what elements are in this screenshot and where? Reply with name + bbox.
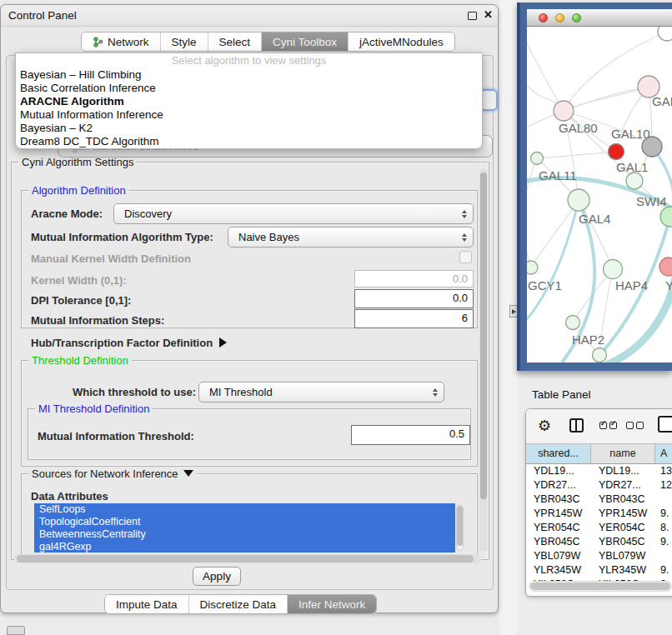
network-canvas[interactable]: GALGAL80GAL10GAL11GAL1GAL4SWI4GCY1HAP4YH… [527, 27, 672, 362]
network-icon [93, 37, 103, 48]
node-gal80[interactable] [554, 101, 574, 121]
control-panel-window: Control Panel ✕ NetworkStyleSelectCyni T… [0, 4, 499, 613]
tab-infer-network[interactable]: Infer Network [288, 595, 376, 613]
dpi-tolerance-field[interactable]: 0.0 [354, 289, 474, 308]
apply-button[interactable]: Apply [193, 567, 241, 586]
node-hap4[interactable] [604, 260, 623, 279]
mi-steps-field[interactable]: 6 [354, 309, 474, 328]
list-item-selfloops[interactable]: SelfLoops [34, 503, 455, 516]
table-cell: YER054C [591, 521, 655, 535]
node-gcy1[interactable] [527, 261, 538, 274]
splitter[interactable] [499, 0, 517, 635]
table-cell: YER054C [526, 521, 591, 535]
tab-style[interactable]: Style [161, 32, 208, 51]
dropdown-item-dream8-dc-tdc-algorithm[interactable]: Dream8 DC_TDC Algorithm [16, 135, 482, 148]
settings-group-title: Cyni Algorithm Settings [18, 156, 137, 168]
table-toolbar: ⚙ [526, 409, 672, 444]
column-browser-icon[interactable] [569, 418, 584, 432]
settings-vertical-scrollbar[interactable] [479, 168, 488, 552]
tab-discretize-data[interactable]: Discretize Data [189, 595, 288, 613]
minimize-traffic-light-icon[interactable] [555, 13, 564, 22]
mi-threshold-field[interactable]: 0.5 [351, 425, 470, 445]
node-unlabeled[interactable] [642, 137, 662, 157]
settings-horizontal-scrollbar[interactable] [14, 554, 481, 563]
node-hap2[interactable] [566, 316, 580, 330]
dropdown-item-aracne-algorithm[interactable]: ARACNE Algorithm [16, 95, 482, 108]
table-row[interactable]: YLR345WYLR345W9. [526, 563, 672, 578]
table-cell: YDR27... [591, 478, 655, 492]
chevron-down-icon [183, 470, 193, 477]
mi-steps-label: Mutual Information Steps: [31, 314, 164, 327]
table-cell: YBR045C [526, 535, 591, 549]
list-item-betweennesscentrality[interactable]: BetweennessCentrality [34, 528, 455, 541]
data-attributes-list[interactable]: SelfLoopsTopologicalCoefficientBetweenne… [34, 503, 455, 552]
tab-select[interactable]: Select [208, 32, 263, 51]
table-row[interactable]: YDR27...YDR27...12 [526, 478, 672, 492]
column-header-shared-[interactable]: shared... [526, 444, 591, 463]
zoom-traffic-light-icon[interactable] [572, 13, 581, 22]
table-cell: 9. [655, 535, 672, 549]
kernel-width-field[interactable]: 0.0 [354, 270, 474, 288]
column-header-name[interactable]: name [591, 444, 655, 463]
table-row[interactable]: YER054CYER054C8. [526, 521, 672, 535]
select-all-columns-icon[interactable] [599, 422, 617, 429]
bottom-left-widget[interactable] [7, 626, 25, 635]
close-traffic-light-icon[interactable] [539, 13, 548, 22]
table-horizontal-scrollbar[interactable] [529, 581, 672, 592]
table-panel-title: Table Panel [532, 388, 591, 401]
table-cell [655, 549, 672, 563]
new-table-icon[interactable] [658, 416, 672, 432]
gear-icon[interactable]: ⚙ [538, 417, 551, 435]
tab-cyni-toolbox[interactable]: Cyni Toolbox [262, 32, 349, 51]
table-cell: YBL079W [526, 549, 591, 563]
which-threshold-combo[interactable]: MI Threshold [198, 382, 444, 402]
node-unlabeled[interactable] [658, 27, 672, 41]
close-icon[interactable]: ✕ [484, 8, 493, 21]
node-y[interactable] [659, 258, 672, 276]
aracne-mode-label: Aracne Mode: [31, 208, 103, 220]
data-attributes-label: Data Attributes [31, 490, 108, 502]
top-tab-strip: NetworkStyleSelectCyni ToolboxjActiveMNo… [81, 32, 455, 52]
tab-network[interactable]: Network [82, 32, 161, 51]
aracne-mode-combo[interactable]: Discovery [113, 203, 474, 224]
deselect-all-columns-icon[interactable] [626, 422, 644, 429]
which-threshold-label: Which threshold to use: [73, 386, 196, 398]
control-panel-titlebar[interactable]: Control Panel ✕ [1, 5, 498, 27]
manual-kernel-checkbox[interactable] [459, 251, 472, 263]
node-swi4[interactable] [660, 207, 672, 227]
dropdown-item-bayesian-hill-climbing[interactable]: Bayesian – Hill Climbing [16, 68, 482, 82]
list-item-gal4rgexp[interactable]: gal4RGexp [34, 541, 455, 552]
network-window-titlebar[interactable] [527, 9, 672, 27]
tab-label: Network [108, 36, 149, 48]
node-unlabeled[interactable] [593, 348, 607, 362]
kernel-width-label: Kernel Width (0,1): [31, 274, 127, 287]
tab-jactivemnodules[interactable]: jActiveMNodules [349, 32, 454, 51]
hub-definition-toggle[interactable]: Hub/Transcription Factor Definition [31, 337, 227, 349]
dropdown-item-mutual-information-inference[interactable]: Mutual Information Inference [16, 108, 482, 122]
table-row[interactable]: YBL079WYBL079W [526, 549, 672, 563]
network-nodes: GALGAL80GAL10GAL11GAL1GAL4SWI4GCY1HAP4YH… [527, 27, 672, 362]
table-cell: YPR145W [591, 507, 655, 521]
node-label-hap4: HAP4 [615, 278, 648, 292]
sources-group-title[interactable]: Sources for Network Inference [28, 468, 197, 480]
table-cell: 9. [655, 563, 672, 578]
float-window-icon[interactable] [468, 12, 477, 20]
node-gal11[interactable] [531, 152, 544, 165]
table-row[interactable]: YBR045CYBR045C9. [526, 535, 672, 549]
table-row[interactable]: YBR043CYBR043C [526, 492, 672, 507]
mi-type-combo[interactable]: Naive Bayes [228, 227, 474, 248]
dropdown-item-basic-correlation-inference[interactable]: Basic Correlation Inference [16, 82, 482, 95]
table-row[interactable]: YPR145WYPR145W9. [526, 507, 672, 521]
node-gal4[interactable] [568, 189, 589, 211]
table-cell: 9. [655, 507, 672, 521]
column-header-a[interactable]: A [655, 444, 672, 463]
node-label-swi4: SWI4 [636, 194, 667, 208]
node-gal10[interactable] [609, 144, 624, 160]
aracne-mode-value: Discovery [124, 208, 172, 220]
attribute-list-scrollbar[interactable] [456, 504, 464, 551]
node-gal1[interactable] [626, 172, 643, 189]
tab-impute-data[interactable]: Impute Data [105, 595, 189, 613]
table-row[interactable]: YDL19...YDL19...13 [526, 464, 672, 478]
dropdown-item-bayesian-k2[interactable]: Bayesian – K2 [16, 122, 482, 135]
list-item-topologicalcoefficient[interactable]: TopologicalCoefficient [34, 516, 455, 528]
